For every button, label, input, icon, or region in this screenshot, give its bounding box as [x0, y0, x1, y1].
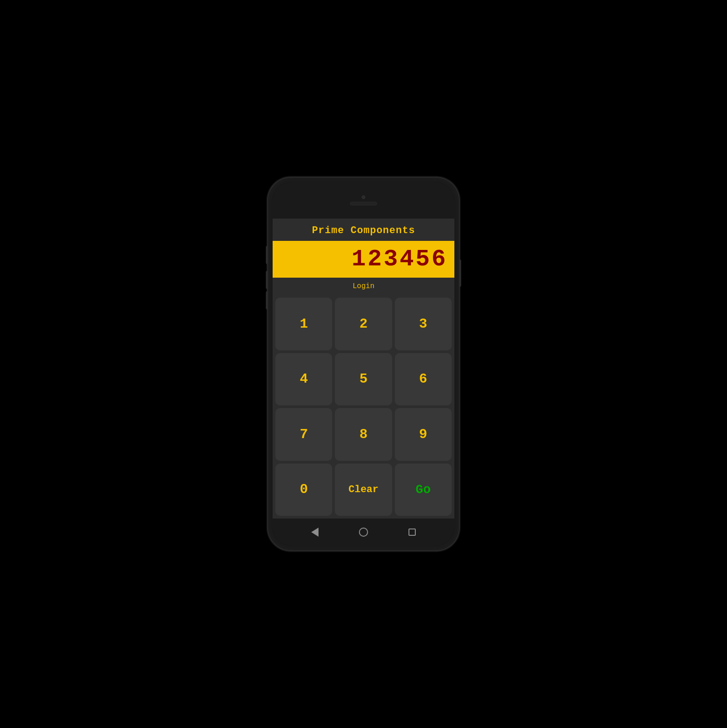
key-3-button[interactable]: 3	[395, 298, 452, 350]
key-8-button[interactable]: 8	[335, 408, 392, 460]
key-5-button[interactable]: 5	[335, 353, 392, 405]
key-go-button[interactable]: Go	[395, 464, 452, 516]
phone-top-bar	[273, 182, 454, 219]
home-icon	[359, 528, 368, 537]
display-area: 123456	[273, 241, 454, 278]
key-9-button[interactable]: 9	[395, 408, 452, 460]
key-6-button[interactable]: 6	[395, 353, 452, 405]
front-camera-icon	[362, 195, 365, 199]
key-4-button[interactable]: 4	[275, 353, 332, 405]
app-title: Prime Components	[273, 219, 454, 241]
phone-device: Prime Components 123456 Login 1 2 3 4 5 …	[268, 178, 459, 550]
speaker-icon	[350, 202, 377, 205]
recents-button[interactable]	[407, 527, 418, 538]
nav-bar	[273, 519, 454, 546]
key-1-button[interactable]: 1	[275, 298, 332, 350]
key-2-button[interactable]: 2	[335, 298, 392, 350]
key-clear-button[interactable]: Clear	[335, 464, 392, 516]
back-icon	[311, 528, 319, 537]
login-label[interactable]: Login	[273, 278, 454, 295]
screen-content: Prime Components 123456 Login 1 2 3 4 5 …	[273, 219, 454, 519]
keypad: 1 2 3 4 5 6 7 8 9 0 Clear Go	[273, 295, 454, 519]
display-value: 123456	[279, 246, 448, 272]
key-0-button[interactable]: 0	[275, 464, 332, 516]
key-7-button[interactable]: 7	[275, 408, 332, 460]
phone-screen: Prime Components 123456 Login 1 2 3 4 5 …	[273, 182, 454, 546]
back-button[interactable]	[309, 527, 320, 538]
recents-icon	[408, 529, 416, 536]
home-button[interactable]	[358, 527, 369, 538]
